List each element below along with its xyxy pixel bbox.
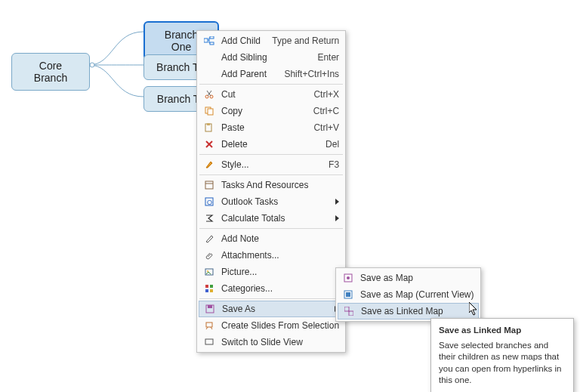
svg-rect-21: [210, 285, 213, 288]
menu-switch-slide-view[interactable]: Switch to Slide View: [199, 334, 344, 350]
menu-separator: [199, 154, 343, 155]
menu-style-shortcut: F3: [319, 159, 339, 170]
svg-rect-9: [208, 109, 213, 115]
outlook-icon: O: [202, 196, 217, 208]
menu-paste[interactable]: Paste Ctrl+V: [199, 119, 344, 136]
save-icon: [202, 303, 218, 315]
menu-categories[interactable]: Categories...: [199, 280, 344, 297]
menu-copy-label: Copy: [217, 106, 304, 116]
svg-rect-1: [204, 39, 208, 42]
menu-separator: [199, 84, 343, 85]
submenu-save-map-label: Save as Map: [356, 273, 474, 283]
menu-switch-slide-view-label: Switch to Slide View: [217, 337, 339, 347]
menu-copy-shortcut: Ctrl+C: [304, 106, 339, 116]
submenu-arrow-icon: [335, 199, 339, 205]
picture-icon: [202, 266, 217, 278]
menu-add-parent-label: Add Parent: [217, 69, 275, 79]
submenu-save-as-linked-map[interactable]: Save as Linked Map: [338, 303, 479, 319]
tasks-icon: [202, 179, 217, 191]
paperclip-icon: [202, 249, 217, 261]
menu-style-label: Style...: [217, 159, 319, 170]
menu-outlook[interactable]: O Outlook Tasks: [199, 193, 344, 210]
svg-rect-22: [205, 289, 208, 292]
menu-add-sibling-shortcut: Enter: [308, 52, 339, 63]
svg-rect-20: [205, 285, 208, 288]
menu-calculate[interactable]: Calculate Totals: [199, 210, 344, 227]
menu-outlook-label: Outlook Tasks: [217, 196, 329, 207]
map-icon: [341, 272, 356, 284]
menu-picture[interactable]: Picture...: [199, 264, 344, 280]
menu-attachments-label: Attachments...: [217, 250, 339, 261]
menu-separator: [199, 298, 343, 299]
menu-add-child-label: Add Child: [217, 35, 263, 46]
style-icon: [202, 159, 217, 171]
menu-create-slides[interactable]: Create Slides From Selection: [199, 317, 344, 334]
menu-paste-label: Paste: [217, 122, 304, 133]
svg-rect-29: [205, 339, 213, 344]
svg-line-36: [348, 310, 350, 312]
menu-add-child-shortcut: Type and Return: [263, 35, 339, 46]
svg-rect-11: [207, 123, 210, 125]
menu-add-sibling-label: Add Sibling: [217, 52, 308, 63]
svg-rect-3: [210, 42, 214, 45]
paste-icon: [202, 122, 217, 134]
menu-add-note-label: Add Note: [217, 233, 339, 244]
categories-icon: [202, 282, 217, 295]
menu-style[interactable]: Style... F3: [199, 156, 344, 173]
tooltip-title: Save as Linked Map: [439, 325, 566, 337]
menu-cut-shortcut: Ctrl+X: [304, 89, 339, 100]
menu-add-parent[interactable]: Add Parent Shift+Ctrl+Ins: [199, 66, 344, 82]
svg-rect-2: [210, 36, 214, 39]
slide-view-icon: [202, 336, 217, 348]
submenu-save-as-map[interactable]: Save as Map: [338, 270, 479, 286]
menu-picture-label: Picture...: [217, 267, 339, 277]
tooltip: Save as Linked Map Save selected branche…: [430, 318, 574, 392]
delete-icon: [202, 138, 217, 150]
menu-calculate-label: Calculate Totals: [217, 213, 329, 224]
menu-paste-shortcut: Ctrl+V: [304, 122, 339, 133]
menu-tasks-label: Tasks And Resources: [217, 180, 339, 190]
svg-point-0: [90, 63, 94, 67]
add-parent-icon: [202, 68, 217, 80]
sigma-icon: [202, 212, 217, 224]
tooltip-body: Save selected branches and their childre…: [439, 340, 566, 387]
menu-create-slides-label: Create Slides From Selection: [217, 320, 339, 331]
menu-categories-label: Categories...: [217, 283, 339, 294]
submenu-arrow-icon: [335, 215, 339, 221]
menu-tasks[interactable]: Tasks And Resources: [199, 177, 344, 193]
svg-rect-33: [346, 292, 350, 297]
menu-add-note[interactable]: Add Note: [199, 230, 344, 247]
menu-attachments[interactable]: Attachments...: [199, 247, 344, 264]
menu-delete-shortcut: Del: [316, 139, 339, 150]
cut-icon: [202, 88, 217, 100]
svg-rect-14: [205, 181, 213, 189]
slides-icon: [202, 319, 217, 332]
menu-save-as[interactable]: Save As: [199, 301, 344, 317]
save-as-submenu: Save as Map Save as Map (Current View) S…: [335, 267, 481, 322]
svg-rect-26: [206, 323, 212, 327]
menu-add-parent-shortcut: Shift+Ctrl+Ins: [275, 69, 339, 79]
add-child-icon: [202, 35, 217, 47]
submenu-save-as-map-current[interactable]: Save as Map (Current View): [338, 286, 479, 303]
svg-rect-25: [208, 305, 212, 308]
context-menu: Add Child Type and Return Add Sibling En…: [196, 30, 346, 353]
pencil-icon: [202, 233, 217, 245]
map-current-icon: [341, 289, 356, 301]
svg-point-31: [347, 276, 350, 279]
menu-cut-label: Cut: [217, 89, 304, 100]
menu-add-child[interactable]: Add Child Type and Return: [199, 32, 344, 49]
menu-save-as-label: Save As: [218, 304, 329, 314]
menu-delete[interactable]: Delete Del: [199, 136, 344, 153]
node-core-label: Core Branch: [34, 60, 67, 84]
svg-rect-23: [210, 289, 213, 292]
menu-separator: [199, 228, 343, 229]
menu-add-sibling[interactable]: Add Sibling Enter: [199, 49, 344, 66]
menu-cut[interactable]: Cut Ctrl+X: [199, 86, 344, 103]
node-core[interactable]: Core Branch: [11, 53, 90, 91]
linked-map-icon: [341, 305, 356, 317]
menu-copy[interactable]: Copy Ctrl+C: [199, 103, 344, 119]
add-sibling-icon: [202, 51, 217, 63]
menu-delete-label: Delete: [217, 139, 316, 150]
node-branch-one-label: Branch One: [165, 29, 198, 53]
svg-text:O: O: [207, 199, 212, 206]
